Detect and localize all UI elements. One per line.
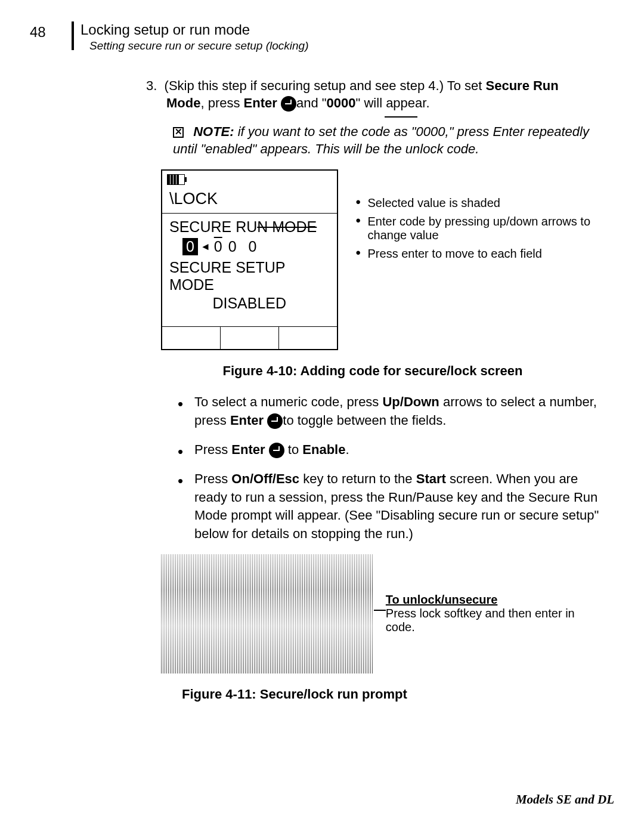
header-subtitle: Setting secure run or secure setup (lock…: [89, 39, 309, 52]
left-arrow-icon: ◄: [200, 241, 210, 253]
code-digit-2: 0: [214, 238, 222, 255]
enter-icon: [281, 96, 296, 112]
bullet-list: To select a numeric code, press Up/Down …: [173, 393, 599, 543]
softkey-3: [279, 327, 337, 349]
page-header: Locking setup or run mode Setting secure…: [80, 21, 309, 52]
secure-prompt-figure: To unlock/unsecure Press lock softkey an…: [161, 554, 599, 673]
b3-c: key to return to the: [299, 471, 416, 486]
enter-icon: [267, 413, 283, 429]
softkey-1: [162, 327, 221, 349]
code-digit-4: 0: [249, 238, 257, 255]
note-block: NOTE: if you want to set the code as "00…: [173, 123, 599, 157]
battery-icon: [167, 174, 185, 185]
step3-number: 3.: [146, 78, 157, 93]
step3-text-f: 0000: [327, 95, 356, 110]
bullet-2: Press Enter to Enable.: [173, 441, 599, 459]
softkey-2: [221, 327, 279, 349]
step-3: 3. (Skip this step if securing setup and…: [146, 78, 599, 112]
b3-a: Press: [194, 471, 231, 486]
b2-d: Enable: [302, 442, 345, 457]
b1-b: Up/Down: [382, 394, 439, 409]
note-text: if you want to set the code as "0000," p…: [173, 124, 589, 156]
lock-screen-footer: [162, 326, 337, 349]
secure-run-mode-label: SECURE RUN MODE: [169, 218, 330, 236]
annotation-3: Press enter to move to each field: [356, 247, 599, 261]
bullet-3: Press On/Off/Esc key to return to the St…: [173, 470, 599, 543]
disabled-label: DISABLED: [169, 295, 330, 312]
unlock-title: To unlock/unsecure: [386, 593, 599, 607]
enter-icon: [269, 443, 284, 458]
b1-d: Enter: [230, 413, 267, 428]
figure-4-10-caption: Figure 4-10: Adding code for secure/lock…: [146, 363, 599, 379]
checkbox-icon: [173, 127, 184, 138]
b3-b: On/Off/Esc: [231, 471, 299, 486]
step3-text-d: Enter: [244, 95, 281, 110]
step3-text-e: and ": [296, 95, 327, 110]
figure-4-11-caption: Figure 4-11: Secure/lock run prompt: [182, 687, 599, 702]
lock-screen: \LOCK SECURE RUN MODE 0 ◄ 0 0 0 SECURE S…: [161, 169, 338, 350]
step3-text-g: " will appear.: [356, 95, 430, 110]
code-digit-selected: 0: [182, 238, 198, 255]
b2-c: to: [284, 442, 303, 457]
code-entry-row: 0 ◄ 0 0 0: [169, 238, 330, 255]
header-title: Locking setup or run mode: [80, 21, 309, 38]
lock-screen-title: \LOCK: [162, 189, 337, 213]
secure-run-b: N MODE: [257, 218, 317, 235]
lock-annotations: Selected value is shaded Enter code by p…: [356, 196, 599, 265]
b1-a: To select a numeric code, press: [194, 394, 382, 409]
header-divider: [72, 21, 74, 50]
unlock-annotation: To unlock/unsecure Press lock softkey an…: [386, 593, 599, 634]
annotation-2: Enter code by pressing up/down arrows to…: [356, 215, 599, 242]
annotation-1: Selected value is shaded: [356, 196, 599, 210]
hatched-screen-image: [161, 554, 374, 673]
bullet-1: To select a numeric code, press Up/Down …: [173, 393, 599, 430]
b1-e: to toggle between the fields.: [283, 413, 446, 428]
lock-screen-header: [162, 171, 337, 189]
step3-text-c: , press: [200, 95, 243, 110]
page-number: 48: [30, 24, 46, 41]
connector-line: [385, 116, 417, 118]
note-label: NOTE:: [193, 124, 234, 139]
code-digit-3: 0: [228, 238, 237, 255]
step3-text-a: (Skip this step if securing setup and se…: [165, 78, 486, 93]
b2-e: .: [345, 442, 349, 457]
unlock-text: Press lock softkey and then enter in cod…: [386, 607, 599, 634]
b3-d: Start: [416, 471, 446, 486]
lock-screen-body: SECURE RUN MODE 0 ◄ 0 0 0 SECURE SETUP M…: [162, 214, 337, 326]
connector-line: [374, 610, 386, 611]
secure-setup-mode-label: SECURE SETUP MODE: [169, 259, 330, 293]
main-content: 3. (Skip this step if securing setup and…: [146, 78, 599, 702]
lock-screen-figure: \LOCK SECURE RUN MODE 0 ◄ 0 0 0 SECURE S…: [161, 169, 599, 350]
b2-a: Press: [194, 442, 231, 457]
footer-text: Models SE and DL: [516, 792, 614, 807]
secure-run-a: SECURE RU: [169, 218, 257, 235]
b2-b: Enter: [231, 442, 268, 457]
